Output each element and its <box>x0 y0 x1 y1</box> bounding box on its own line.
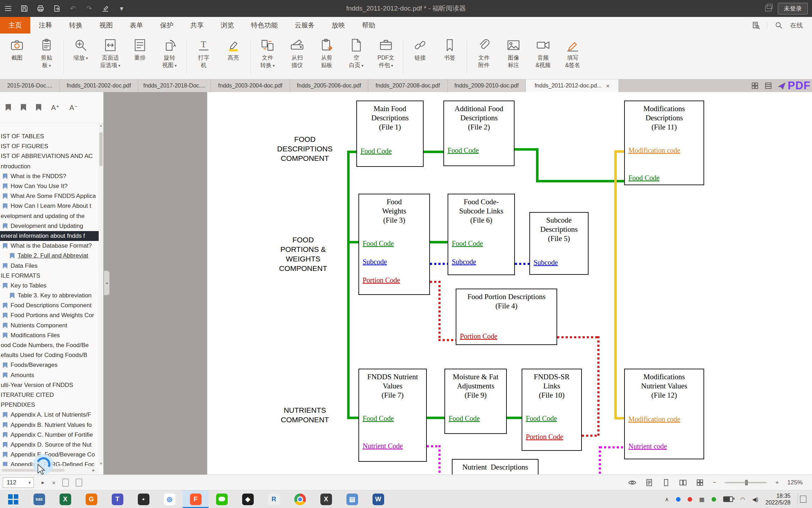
menu-tab-features[interactable]: 特色功能 <box>242 17 286 34</box>
bookmark-item[interactable]: Table 2. Full and Abbreviat <box>0 251 99 261</box>
food-code-link[interactable]: Food Code <box>526 415 557 423</box>
food-code-link[interactable]: Food Code <box>361 147 392 155</box>
restore-window-icon[interactable] <box>765 6 771 11</box>
taskbar-app-r[interactable]: R <box>261 490 287 508</box>
list-view-icon[interactable] <box>764 82 772 90</box>
doc-tab-3[interactable]: fndds_2003-2004-doc.pdf <box>211 79 290 92</box>
next-page-icon[interactable]: ▸ <box>42 479 44 486</box>
bookmark-options-icon[interactable] <box>36 104 41 111</box>
sidebar-vertical-scrollbar[interactable]: ▲ ▼ <box>99 123 103 466</box>
tray-blue-app-icon[interactable] <box>676 497 681 502</box>
scroll-up-icon[interactable]: ▲ <box>99 124 103 127</box>
bookmark-item[interactable]: Amounts <box>0 370 99 380</box>
ribbon-zoom-button[interactable]: 缩放▾ <box>66 36 96 79</box>
clock[interactable]: 18:35 2022/5/28 <box>765 492 791 506</box>
ribbon-image-annotation-button[interactable]: 图像 标注 <box>499 36 528 79</box>
taskbar-app-chrome[interactable] <box>287 490 313 508</box>
menu-tab-cloud[interactable]: 云服务 <box>286 17 323 34</box>
taskbar-app-wechat[interactable] <box>209 490 235 508</box>
zoom-level-label[interactable]: 125% <box>787 479 806 486</box>
bookmark-item[interactable]: What is the Database Format? <box>0 241 99 251</box>
ribbon-file-attachment-button[interactable]: 文件 附件 <box>469 36 499 79</box>
start-button[interactable] <box>0 490 26 508</box>
find-in-document-icon[interactable] <box>752 21 760 30</box>
zoom-slider[interactable] <box>725 482 767 483</box>
close-tab-icon[interactable]: × <box>606 83 610 89</box>
bookmark-item[interactable]: Appendix D. Source of the Nut <box>0 440 99 450</box>
bookmark-item[interactable]: Table 3. Key to abbreviation <box>0 291 99 301</box>
zoom-slider-thumb[interactable] <box>745 480 748 485</box>
modification-code-link[interactable]: Modification code <box>628 415 680 423</box>
zoom-in-icon[interactable]: + <box>775 479 779 486</box>
bookmark-item[interactable]: Appendix C. Number of Fortifie <box>0 430 99 440</box>
ribbon-rotate-view-button[interactable]: 旋转 视图▾ <box>155 36 184 79</box>
taskbar-app-excel[interactable]: X <box>52 490 78 508</box>
ribbon-highlight-button[interactable]: 高亮 <box>219 36 248 79</box>
ribbon-audio-video-button[interactable]: 音频 &视频 <box>528 36 558 79</box>
online-search-label[interactable]: 在线 <box>790 21 803 30</box>
ribbon-from-scanner-button[interactable]: 从扫 描仪 <box>282 36 312 79</box>
bookmark-item[interactable]: ood Code Numbers, the Food/Be <box>0 340 99 350</box>
taskbar-app-word[interactable]: W <box>365 490 391 508</box>
bookmark-item[interactable]: evelopment and updating of the <box>0 211 99 221</box>
menu-tab-help[interactable]: 帮助 <box>353 17 384 34</box>
ribbon-fit-page-button[interactable]: 页面适 应选项▾ <box>96 36 125 79</box>
bookmark-item[interactable]: How Can You Use It? <box>0 181 99 191</box>
ribbon-reflow-button[interactable]: 重排 <box>125 36 155 79</box>
bookmark-item[interactable]: ulti-Year Version of FNDDS <box>0 380 99 390</box>
bookmark-item[interactable]: How Can I Learn More About t <box>0 201 99 211</box>
portion-code-link[interactable]: Portion Code <box>526 433 563 441</box>
menu-tab-protect[interactable]: 保护 <box>152 17 182 34</box>
bookmark-item[interactable]: Data Files <box>0 261 99 271</box>
ribbon-pdf-portfolio-button[interactable]: PDF文 件包▾ <box>371 36 401 79</box>
portion-code-link[interactable]: Portion Code <box>363 276 400 284</box>
bookmark-item[interactable]: Development and Updating <box>0 221 99 231</box>
taskbar-app-ring[interactable]: ◎ <box>156 490 183 508</box>
menu-tab-convert[interactable]: 转换 <box>61 17 91 34</box>
single-page-icon[interactable] <box>662 478 670 487</box>
redo-button[interactable]: ↷ <box>81 0 97 17</box>
doc-tab-active[interactable]: fndds_2011-2012-doc.pd... × <box>526 79 619 92</box>
bookmark-item[interactable]: IST OF ABBREVIATIONS AND AC <box>0 151 99 161</box>
subcode-link[interactable]: Subcode <box>534 259 558 267</box>
ribbon-blank-page-button[interactable]: 空 白页▾ <box>342 36 371 79</box>
doc-tab-1[interactable]: fndds_2001-2002-doc.pdf <box>60 79 138 92</box>
taskbar-app-x[interactable]: X <box>313 490 339 508</box>
facing-pages-icon[interactable] <box>679 478 687 487</box>
taskbar-app-notes[interactable]: ▤ <box>339 490 365 508</box>
taskbar-app-teams[interactable]: T <box>104 490 130 508</box>
food-code-link[interactable]: Food Code <box>449 415 480 423</box>
zoom-out-icon[interactable]: − <box>713 479 716 486</box>
bookmark-item[interactable]: Appendix B. Nutrient Values fo <box>0 420 99 430</box>
food-code-link[interactable]: Food Code <box>452 240 483 248</box>
menu-tab-home[interactable]: 主页 <box>0 17 30 34</box>
ribbon-bookmark-button[interactable]: 书签 <box>435 36 465 79</box>
volume-icon[interactable]: ◀) <box>752 496 758 503</box>
scrollbar-thumb[interactable] <box>1 469 65 472</box>
food-code-link[interactable]: Food Code <box>448 146 479 155</box>
taskbar-app-cube[interactable]: ◆ <box>235 490 261 508</box>
continuous-view-icon[interactable] <box>76 479 82 486</box>
ribbon-clipboard-button[interactable]: 剪贴 板▾ <box>32 36 61 79</box>
subcode-link[interactable]: Subcode <box>363 258 387 266</box>
bookmark-item[interactable]: efaults Used for Coding Foods/B <box>0 350 99 360</box>
bookmark-item[interactable]: PPENDIXES <box>0 400 99 410</box>
bookmark-item[interactable]: Food Portions and Weights Cor <box>0 310 99 320</box>
bookmark-item[interactable]: ntroduction <box>0 162 99 171</box>
page-number-box[interactable]: ▾ <box>3 477 34 488</box>
doc-tab-2[interactable]: fndds_2017-2018-Doc.... <box>138 79 211 92</box>
menu-tab-form[interactable]: 表单 <box>121 17 152 34</box>
modification-code-link[interactable]: Modification code <box>628 146 680 155</box>
scrollbar-thumb[interactable] <box>99 132 103 166</box>
doc-tab-4[interactable]: fndds_2005-2006-doc.pdf <box>290 79 368 92</box>
menu-tab-view[interactable]: 视图 <box>91 17 121 34</box>
quick-tools-button[interactable] <box>97 0 113 17</box>
sidebar-collapse-handle[interactable]: ◂ <box>104 271 110 295</box>
bookmark-item[interactable]: What is the FNDDS? <box>0 171 99 181</box>
notification-center-button[interactable] <box>798 493 808 505</box>
bookmark-icon[interactable] <box>21 104 26 111</box>
customize-toolbar-button[interactable]: ▾ <box>113 0 130 17</box>
nutrient-code-link[interactable]: Nutrient Code <box>363 442 403 450</box>
bookmark-item[interactable]: Food Descriptions Component <box>0 301 99 310</box>
ribbon-convert-button[interactable]: 文件 转换▾ <box>253 36 282 79</box>
